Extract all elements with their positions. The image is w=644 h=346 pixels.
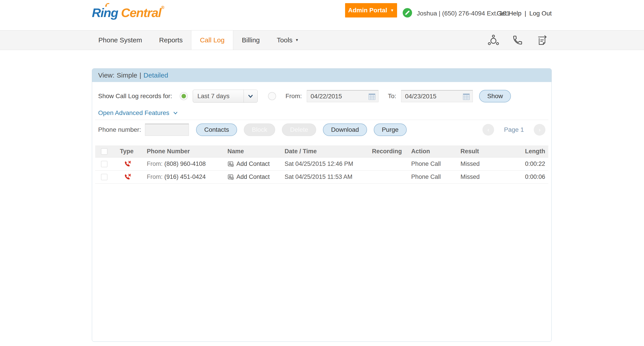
admin-portal-button[interactable]: Admin Portal ▼ [345,3,397,18]
row-length: 0:00:22 [490,160,548,168]
page-indicator: Page 1 [500,126,528,133]
from-label: From: [286,92,302,100]
date-range-select[interactable]: Last 7 days [193,90,258,103]
tab-phone-system[interactable]: Phone System [90,30,150,50]
delete-button: Delete [282,124,316,136]
preset-range-radio[interactable] [180,92,188,100]
to-date-input[interactable] [401,92,455,100]
select-chevron-down-icon [244,90,258,102]
get-help-link[interactable]: Get Help [497,10,522,17]
col-name: Name [224,148,282,155]
phone-number-label: Phone number: [98,126,141,133]
ringcentral-logo: Ring Central® [92,5,164,20]
col-action: Action [408,148,457,155]
prev-page-button: ‹ [482,124,494,136]
col-date-time: Date / Time [282,148,369,155]
row-action: Phone Call [408,160,457,168]
contacts-button[interactable]: Contacts [196,124,237,136]
filter-row: Show Call Log records for: Last 7 days F… [98,90,552,103]
select-all-checkbox[interactable] [101,148,107,154]
logo-central-text: Central [121,6,161,20]
block-button: Block [244,124,275,136]
add-contact-icon [228,161,234,168]
calendar-icon[interactable] [463,93,470,102]
tab-billing[interactable]: Billing [233,30,268,50]
table-header: Type Phone Number Name Date / Time Recor… [95,146,548,158]
view-prefix: View: [98,72,114,79]
missed-call-icon [117,173,144,181]
calendar-icon[interactable] [368,93,376,102]
open-advanced-features-link[interactable]: Open Advanced Features [98,108,552,118]
to-label: To: [388,92,396,100]
call-log-panel: View: Simple | Detailed Show Call Log re… [92,68,552,342]
view-bar: View: Simple | Detailed [92,68,552,82]
from-date-input[interactable] [307,92,361,100]
phone-icon[interactable] [512,34,524,46]
call-log-export-icon[interactable] [536,34,548,46]
phone-prefix: From: [147,174,163,180]
logo-signal-icon [104,2,111,7]
row-action: Phone Call [408,174,457,180]
view-simple-link[interactable]: Simple [117,72,137,79]
phone-number: (808) 960-4108 [164,160,206,167]
phone-number: (916) 451-0424 [164,174,206,180]
user-info: Joshua | (650) 276-4094 Ext. 101 [417,10,510,17]
chevron-down-icon: ▼ [295,38,299,42]
col-phone-number: Phone Number [144,148,224,155]
view-detailed-link[interactable]: Detailed [144,72,168,79]
call-log-table: Type Phone Number Name Date / Time Recor… [95,146,548,184]
next-page-button: › [534,124,546,136]
row-datetime: Sat 04/25/2015 12:46 PM [282,160,369,168]
presence-status-icon [403,8,412,18]
main-nav: Phone System Reports Call Log Billing To… [0,30,644,50]
toolbar-row: Phone number: Contacts Block Delete Down… [98,123,546,136]
nav-quick-icons [488,30,548,50]
filter-label: Show Call Log records for: [98,92,172,100]
col-recording: Recording [369,148,408,155]
to-date-wrap [401,90,473,102]
add-contact-link[interactable]: Add Contact [224,160,282,168]
date-range-selected-value: Last 7 days [193,92,244,100]
logo-registered-mark: ® [161,5,164,10]
chevron-down-icon [172,110,178,116]
add-contact-link[interactable]: Add Contact [224,174,282,180]
admin-portal-label: Admin Portal [348,7,387,14]
row-checkbox[interactable] [101,161,107,167]
help-links: Get Help | Log Out [497,10,552,17]
nav-tabs: Phone System Reports Call Log Billing To… [90,30,307,50]
col-length: Length [490,148,548,155]
custom-range-radio[interactable] [268,92,276,100]
logo-ring-text: Ring [92,6,118,20]
conference-icon[interactable] [488,34,499,46]
table-row: From:(916) 451-0424 Add Contact Sat 04/2… [95,170,548,184]
col-type: Type [117,148,144,155]
tab-tools[interactable]: Tools▼ [268,30,307,50]
table-row: From:(808) 960-4108 Add Contact Sat 04/2… [95,158,548,170]
missed-call-icon [117,160,144,168]
show-button[interactable]: Show [479,90,511,102]
row-length: 0:00:06 [490,174,548,180]
phone-number-input[interactable] [145,124,189,136]
add-contact-icon [228,174,234,180]
view-separator: | [140,72,142,79]
row-datetime: Sat 04/25/2015 11:53 AM [282,174,369,180]
divider [95,120,548,120]
tab-call-log[interactable]: Call Log [191,30,233,50]
pagination: ‹ Page 1 › [482,123,546,136]
phone-prefix: From: [147,160,163,167]
links-separator: | [524,10,526,17]
purge-button[interactable]: Purge [374,124,407,136]
chevron-down-icon: ▼ [390,8,394,13]
row-result: Missed [457,174,490,180]
top-header: Ring Central® Admin Portal ▼ Joshua | (6… [0,0,644,30]
col-result: Result [457,148,490,155]
log-out-link[interactable]: Log Out [529,10,552,17]
tab-reports[interactable]: Reports [150,30,191,50]
download-button[interactable]: Download [323,124,367,136]
row-result: Missed [457,160,490,168]
from-date-wrap [307,90,378,102]
row-checkbox[interactable] [101,174,107,180]
